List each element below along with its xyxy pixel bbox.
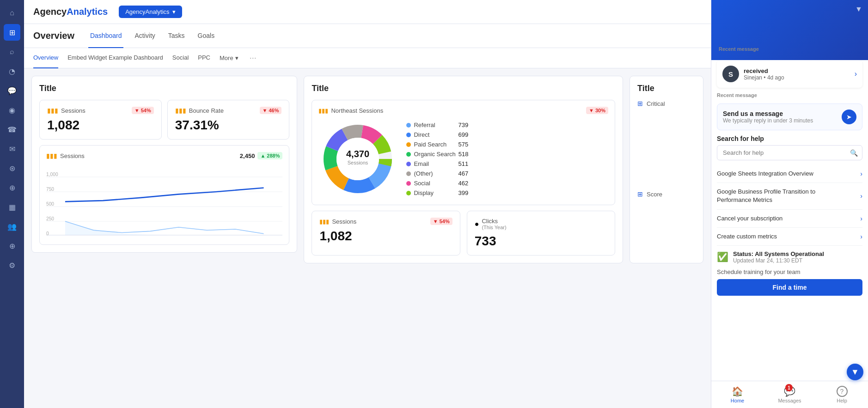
- find-time-button[interactable]: Find a time: [717, 279, 862, 296]
- donut-container: 4,370 Sessions Referral739 Direct699 Pai…: [318, 120, 608, 198]
- floating-scroll-btn[interactable]: ▼: [847, 364, 863, 380]
- help-link-arrow-2: ›: [860, 192, 862, 200]
- help-link-arrow-3: ›: [860, 215, 862, 222]
- sidebar: ⌂ ⊞ ⌕ ◔ 💬 ◉ ☎ ✉ ⊛ ⊕ ▦ 👥 ⊕ ⚙: [0, 0, 24, 408]
- sub-nav: Overview Embed Widget Example Dashboard …: [24, 48, 711, 68]
- sidebar-icon-search[interactable]: ⌕: [4, 43, 20, 60]
- search-label: Search for help: [717, 135, 862, 142]
- sub-tab-embed[interactable]: Embed Widget Example Dashboard: [67, 48, 163, 68]
- sessions-bottom-label: Sessions: [332, 218, 356, 225]
- sidebar-icon-users[interactable]: 👥: [4, 218, 20, 235]
- left-widget-title: Title: [39, 84, 289, 93]
- help-nav-home[interactable]: 🏠 Home: [711, 381, 764, 408]
- clicks-value: 733: [475, 234, 607, 249]
- sessions-card: ▮▮▮ Sessions ▼ 54% 1,082: [39, 100, 162, 140]
- msg-from: Sinejan • 4d ago: [744, 74, 850, 81]
- sidebar-icon-doc[interactable]: ▦: [4, 199, 20, 215]
- sessions-bottom-card: ▮▮▮ Sessions ▼ 54% 1,082: [312, 211, 460, 256]
- bounce-value: 37.31%: [175, 118, 282, 133]
- help-link-text-4: Create custom metrics: [717, 232, 777, 241]
- score-item: ⊞ Score: [637, 190, 696, 198]
- sidebar-icon-chat[interactable]: 💬: [4, 82, 20, 99]
- help-icon: ?: [837, 386, 848, 397]
- donut-legend: Referral739 Direct699 Paid Search575 Org…: [406, 122, 468, 196]
- sessions-bottom-badge: ▼ 54%: [430, 218, 452, 225]
- clicks-sub: (This Year): [482, 225, 506, 230]
- agency-label: AgencyAnalytics: [125, 8, 169, 15]
- help-nav-messages[interactable]: 💬 1 Messages: [764, 381, 816, 408]
- help-link-2[interactable]: Google Business Profile Transition to Pe…: [717, 183, 862, 209]
- score-label: Score: [647, 191, 662, 198]
- metrics-row: ▮▮▮ Sessions ▼ 54% 1,082 ▮▮▮ Bounce Rate: [39, 100, 289, 140]
- main-area: AgencyAnalytics AgencyAnalytics ▾ Overvi…: [24, 0, 711, 408]
- sub-tab-more[interactable]: More ▾: [220, 55, 238, 61]
- status-text: Status: All Systems Operational Updated …: [733, 250, 824, 264]
- help-nav-help[interactable]: ? Help: [816, 381, 868, 408]
- msg-arrow-icon[interactable]: ›: [855, 70, 857, 78]
- more-dots[interactable]: ···: [250, 53, 257, 63]
- logo-agency: Agency: [33, 6, 67, 17]
- send-message-button[interactable]: ➤: [842, 110, 856, 124]
- sidebar-icon-cart[interactable]: ⊕: [4, 179, 20, 196]
- sidebar-icon-mail[interactable]: ✉: [4, 140, 20, 157]
- svg-text:250: 250: [46, 216, 54, 221]
- sidebar-icon-plug[interactable]: ⊕: [4, 237, 20, 254]
- page-header: Overview Dashboard Activity Tasks Goals: [24, 24, 711, 48]
- help-search-box: Search for help 🔍: [717, 135, 862, 160]
- sidebar-icon-home[interactable]: ⌂: [4, 5, 20, 21]
- help-bottom-nav: 🏠 Home 💬 1 Messages ? Help: [711, 381, 868, 408]
- help-link-text-2: Google Business Profile Transition to Pe…: [717, 188, 841, 204]
- home-nav-label: Home: [731, 398, 744, 403]
- more-label: More: [220, 55, 233, 61]
- help-panel-close[interactable]: ▼: [853, 4, 864, 15]
- center-widget-title: Title: [312, 84, 615, 93]
- recent-message-box[interactable]: Recent message S received Sinejan • 4d a…: [717, 60, 862, 88]
- sidebar-icon-grid[interactable]: ⊞: [4, 24, 20, 41]
- messages-nav-label: Messages: [778, 398, 801, 403]
- bottom-cards: ▮▮▮ Sessions ▼ 54% 1,082 ● Clicks: [312, 211, 615, 256]
- chart-badge: ▲ 288%: [257, 152, 282, 159]
- tab-goals[interactable]: Goals: [196, 24, 217, 48]
- help-link-3[interactable]: Cancel your subscription ›: [717, 210, 862, 228]
- sessions-badge: ▼ 54%: [132, 107, 154, 114]
- sessions-label: Sessions: [61, 107, 86, 114]
- help-link-4[interactable]: Create custom metrics ›: [717, 228, 862, 246]
- bounce-badge: ▼ 46%: [260, 107, 282, 114]
- svg-text:Sessions: Sessions: [348, 160, 368, 165]
- svg-point-22: [336, 138, 379, 180]
- bar-chart-icon-3: ▮▮▮: [46, 152, 57, 159]
- widget-row-1: Title ▮▮▮ Sessions ▼ 54% 1,082: [31, 76, 703, 263]
- chevron-down-icon: ▾: [172, 8, 176, 15]
- sidebar-icon-location[interactable]: ⊛: [4, 160, 20, 177]
- help-link-arrow-4: ›: [860, 233, 862, 240]
- bounce-rate-card: ▮▮▮ Bounce Rate ▼ 46% 37.31%: [167, 100, 290, 140]
- search-input[interactable]: [717, 145, 862, 160]
- status-title: Status: All Systems Operational: [733, 250, 824, 257]
- sub-tab-social[interactable]: Social: [172, 48, 189, 68]
- sub-tab-ppc[interactable]: PPC: [198, 48, 210, 68]
- sub-tab-overview[interactable]: Overview: [33, 48, 58, 68]
- chart-value: 2,450: [240, 152, 255, 159]
- tab-tasks[interactable]: Tasks: [166, 24, 187, 48]
- svg-text:1,000: 1,000: [46, 172, 58, 177]
- help-link-1[interactable]: Google Sheets Integration Overview ›: [717, 165, 862, 183]
- critical-item: ⊞ Critical: [637, 100, 696, 107]
- sidebar-icon-settings[interactable]: ⚙: [4, 257, 20, 274]
- chevron-down-icon: ▾: [235, 55, 238, 61]
- bar-chart-icon-2: ▮▮▮: [175, 107, 186, 114]
- tab-activity[interactable]: Activity: [133, 24, 157, 48]
- tab-dashboard[interactable]: Dashboard: [88, 24, 124, 48]
- sidebar-icon-chart[interactable]: ◔: [4, 63, 20, 79]
- clicks-card: ● Clicks (This Year) 733: [467, 211, 615, 256]
- chart-label-text: Sessions: [60, 152, 85, 159]
- northeast-label: Northeast Sessions: [331, 107, 383, 114]
- donut-chart: 4,370 Sessions: [318, 120, 397, 198]
- msg-status: received: [744, 67, 850, 74]
- help-link-text-1: Google Sheets Integration Overview: [717, 170, 813, 178]
- sidebar-icon-pin[interactable]: ◉: [4, 102, 20, 118]
- agency-dropdown[interactable]: AgencyAnalytics ▾: [119, 6, 182, 18]
- sessions-value: 1,082: [47, 118, 154, 133]
- bar-icon-northeast: ▮▮▮: [318, 107, 328, 114]
- score-icon: ⊞: [637, 190, 643, 198]
- sidebar-icon-phone[interactable]: ☎: [4, 121, 20, 138]
